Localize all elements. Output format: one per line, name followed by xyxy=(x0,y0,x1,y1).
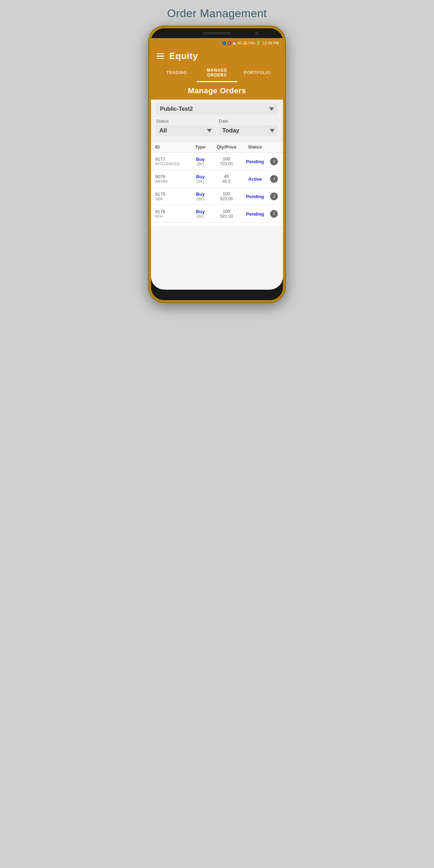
date-filter-label: Date xyxy=(219,118,278,124)
table-header: ID Type Qty/Price Status xyxy=(151,141,283,153)
status-filter-dropdown[interactable]: All xyxy=(156,125,215,136)
info-button[interactable]: i xyxy=(269,175,279,183)
col-id: ID xyxy=(155,144,188,150)
phone-screen: 🔵 🔇 ⏰ 4G 📶 74% 🔋 12:39 PM Equity TRADING… xyxy=(151,38,283,290)
buy-label: Buy xyxy=(188,174,212,179)
order-id-num: 9176 xyxy=(155,209,188,214)
info-icon: i xyxy=(270,210,278,218)
info-button[interactable]: i xyxy=(269,193,279,200)
phone-camera xyxy=(255,31,259,35)
type-sub: (BK) xyxy=(188,179,212,183)
tab-portfolio[interactable]: PORTFOLIO xyxy=(237,67,277,80)
table-row[interactable]: 9076 AAYAN Buy (BK) 46 46.5 Active i xyxy=(151,170,283,188)
qty-price: 46.5 xyxy=(212,179,241,184)
status-label: Active xyxy=(248,176,262,182)
date-dropdown-arrow xyxy=(270,129,275,132)
order-id-num: 9175 xyxy=(155,191,188,197)
buy-label: Buy xyxy=(188,209,212,214)
order-id-name: KFH xyxy=(155,214,188,218)
status-label: Pending xyxy=(246,194,264,199)
order-type-cell: Buy (BK) xyxy=(188,157,212,166)
qty-main: 100 xyxy=(212,191,241,196)
header-top: Equity xyxy=(157,51,277,64)
order-id-cell: 9177 INTEGRATED xyxy=(155,157,188,166)
status-filter-value: All xyxy=(159,127,167,134)
type-sub: (BK) xyxy=(188,197,212,201)
col-info xyxy=(269,144,279,150)
status-filter-col: Status All xyxy=(156,118,215,136)
date-filter-value: Today xyxy=(222,127,239,134)
orders-table: ID Type Qty/Price Status 9177 INTEGRATED… xyxy=(151,141,283,226)
phone-speaker xyxy=(203,32,231,34)
col-type: Type xyxy=(188,144,212,150)
status-dropdown-arrow xyxy=(207,129,212,132)
tab-manage-orders[interactable]: MANAGE ORDERS xyxy=(197,64,237,82)
status-icons: 🔵 🔇 ⏰ 4G 📶 74% 🔋 xyxy=(222,41,260,45)
order-status-cell: Pending xyxy=(241,193,269,200)
order-id-name: NBK xyxy=(155,197,188,201)
phone-bottom-bar xyxy=(151,290,283,300)
menu-button[interactable] xyxy=(157,53,164,59)
order-type-cell: Buy (BK) xyxy=(188,209,212,218)
info-button[interactable]: i xyxy=(269,210,279,218)
account-dropdown[interactable]: Public-Test2 xyxy=(156,103,278,115)
info-button[interactable]: i xyxy=(269,158,279,165)
qty-price: 820.00 xyxy=(212,196,241,201)
phone-top-bar xyxy=(151,28,283,38)
order-id-cell: 9076 AAYAN xyxy=(155,174,188,183)
type-sub: (BK) xyxy=(188,214,212,218)
table-row[interactable]: 9177 INTEGRATED Buy (BK) 100 702.00 Pend… xyxy=(151,153,283,170)
order-qty-cell: 100 820.00 xyxy=(212,191,241,201)
qty-main: 100 xyxy=(212,156,241,161)
account-name: Public-Test2 xyxy=(160,106,193,112)
table-row[interactable]: 9175 NBK Buy (BK) 100 820.00 Pending i xyxy=(151,188,283,205)
buy-label: Buy xyxy=(188,157,212,162)
status-bar: 🔵 🔇 ⏰ 4G 📶 74% 🔋 12:39 PM xyxy=(151,38,283,48)
order-type-cell: Buy (BK) xyxy=(188,191,212,201)
qty-price: 591.00 xyxy=(212,214,241,219)
filter-area: Public-Test2 Status All Date Today xyxy=(151,100,283,141)
nav-tabs: TRADING MANAGE ORDERS PORTFOLIO xyxy=(157,64,277,82)
status-label: Pending xyxy=(246,211,264,217)
section-header: Manage Orders xyxy=(151,82,283,100)
status-filter-label: Status xyxy=(156,118,215,124)
info-icon: i xyxy=(270,158,278,165)
info-icon: i xyxy=(270,175,278,183)
tab-trading[interactable]: TRADING xyxy=(157,67,197,80)
order-qty-cell: 100 591.00 xyxy=(212,209,241,219)
qty-main: 46 xyxy=(212,174,241,179)
status-label: Pending xyxy=(246,159,264,164)
col-qty-price: Qty/Price xyxy=(212,144,241,150)
order-status-cell: Pending xyxy=(241,211,269,217)
order-status-cell: Pending xyxy=(241,158,269,165)
type-sub: (BK) xyxy=(188,162,212,166)
order-type-cell: Buy (BK) xyxy=(188,174,212,183)
page-title: Order Management xyxy=(167,7,267,20)
order-id-cell: 9175 NBK xyxy=(155,191,188,201)
info-icon: i xyxy=(270,193,278,200)
order-status-cell: Active xyxy=(241,176,269,182)
col-status: Status xyxy=(241,144,269,150)
order-id-cell: 9176 KFH xyxy=(155,209,188,218)
account-dropdown-arrow xyxy=(269,107,274,111)
status-time: 12:39 PM xyxy=(262,41,279,45)
date-filter-dropdown[interactable]: Today xyxy=(219,125,278,136)
order-id-name: AAYAN xyxy=(155,179,188,183)
buy-label: Buy xyxy=(188,191,212,197)
app-name: Equity xyxy=(169,51,198,62)
order-id-num: 9177 xyxy=(155,157,188,162)
qty-main: 100 xyxy=(212,209,241,214)
date-filter-col: Date Today xyxy=(219,118,278,136)
order-qty-cell: 100 702.00 xyxy=(212,156,241,166)
order-id-name: INTEGRATED xyxy=(155,162,188,166)
qty-price: 702.00 xyxy=(212,161,241,166)
order-id-num: 9076 xyxy=(155,174,188,179)
phone-frame: 🔵 🔇 ⏰ 4G 📶 74% 🔋 12:39 PM Equity TRADING… xyxy=(149,26,285,302)
table-row[interactable]: 9176 KFH Buy (BK) 100 591.00 Pending i xyxy=(151,205,283,223)
section-header-text: Manage Orders xyxy=(188,86,246,95)
filter-row: Status All Date Today xyxy=(156,118,278,136)
order-qty-cell: 46 46.5 xyxy=(212,174,241,184)
app-header: Equity TRADING MANAGE ORDERS PORTFOLIO xyxy=(151,48,283,82)
